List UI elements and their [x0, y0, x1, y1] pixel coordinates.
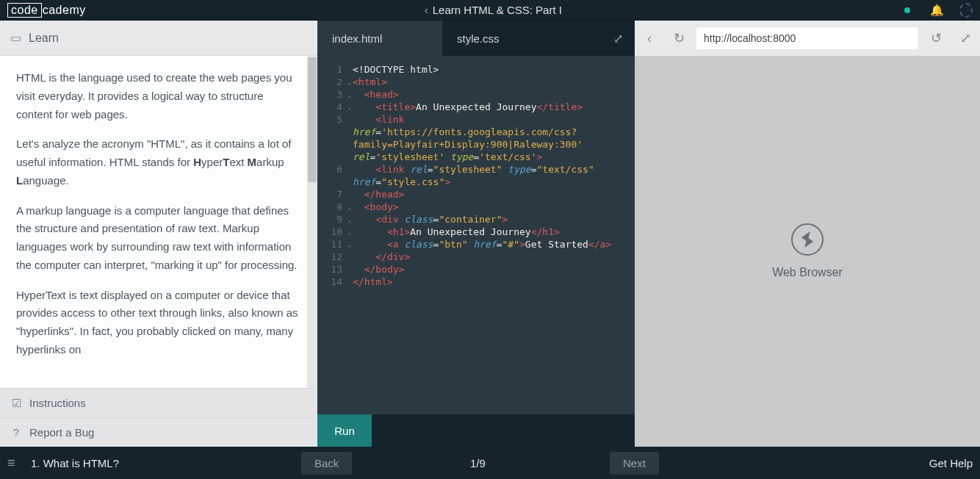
status-dot-icon[interactable] [901, 4, 914, 17]
instructions-label: Instructions [29, 397, 86, 409]
book-icon: ▭ [10, 31, 21, 45]
instructions-row[interactable]: ☑ Instructions [0, 388, 317, 417]
pro-badge-icon[interactable] [959, 4, 973, 17]
lesson-para: HyperText is text displayed on a compute… [16, 287, 301, 359]
lesson-counter: 1/9 [470, 457, 486, 469]
chevron-left-icon: ‹ [425, 4, 428, 16]
scrollbar-thumb[interactable] [308, 57, 317, 182]
left-panel: ▭ Learn HTML is the language used to cre… [0, 21, 317, 447]
browser-bar: ‹ ↻ ↺ ⤢ [635, 21, 980, 56]
get-help-button[interactable]: Get Help [929, 457, 973, 469]
bottombar: ≡ 1. What is HTML? Back 1/9 Next Get Hel… [0, 447, 980, 479]
bug-label: Report a Bug [29, 426, 94, 439]
run-button[interactable]: Run [317, 414, 372, 447]
editor-tabs: index.html style.css ⤢ [317, 21, 635, 56]
browser-refresh-icon[interactable]: ↺ [921, 21, 951, 56]
lesson-body[interactable]: HTML is the language used to create the … [0, 56, 317, 388]
question-icon: ? [10, 426, 22, 439]
editor-panel: index.html style.css ⤢ 1<!DOCTYPE html>2… [317, 21, 635, 447]
tab-index-html[interactable]: index.html [317, 21, 442, 56]
course-title: Learn HTML & CSS: Part I [433, 4, 562, 16]
code-editor[interactable]: 1<!DOCTYPE html>2▾<html>3▾ <head>4▾ <tit… [317, 56, 635, 414]
scrollbar-track[interactable] [307, 56, 317, 388]
logo-boxed: code [7, 3, 42, 18]
preview-panel: ‹ ↻ ↺ ⤢ Web Browser [635, 21, 980, 447]
course-title-wrap[interactable]: ‹Learn HTML & CSS: Part I [86, 4, 901, 16]
expand-icon[interactable]: ⤢ [601, 21, 635, 56]
url-input[interactable] [696, 27, 918, 49]
learn-label: Learn [29, 32, 59, 45]
lesson-para: Let's analyze the acronym "HTML", as it … [16, 135, 301, 190]
learn-header[interactable]: ▭ Learn [0, 21, 317, 56]
topbar: codecademy ‹Learn HTML & CSS: Part I 🔔 [0, 0, 980, 21]
browser-back-icon[interactable]: ‹ [635, 21, 664, 56]
browser-reload-icon[interactable]: ↻ [664, 21, 693, 56]
bell-icon[interactable]: 🔔 [930, 4, 943, 17]
report-bug-row[interactable]: ? Report a Bug [0, 417, 317, 447]
lesson-para: A markup language is a computer language… [16, 202, 301, 275]
back-button[interactable]: Back [301, 452, 352, 475]
preview-placeholder: Web Browser [772, 266, 843, 279]
logo[interactable]: codecademy [7, 4, 86, 17]
lesson-title[interactable]: 1. What is HTML? [31, 457, 119, 469]
checkbox-icon: ☑ [10, 397, 22, 410]
browser-expand-icon[interactable]: ⤢ [951, 21, 980, 56]
menu-icon[interactable]: ≡ [7, 455, 26, 471]
logo-text: cademy [43, 4, 86, 16]
tab-style-css[interactable]: style.css [442, 21, 567, 56]
next-button[interactable]: Next [610, 452, 659, 475]
lesson-para: HTML is the language used to create the … [16, 69, 301, 123]
preview-body: Web Browser [635, 56, 980, 447]
compass-icon [791, 223, 824, 256]
